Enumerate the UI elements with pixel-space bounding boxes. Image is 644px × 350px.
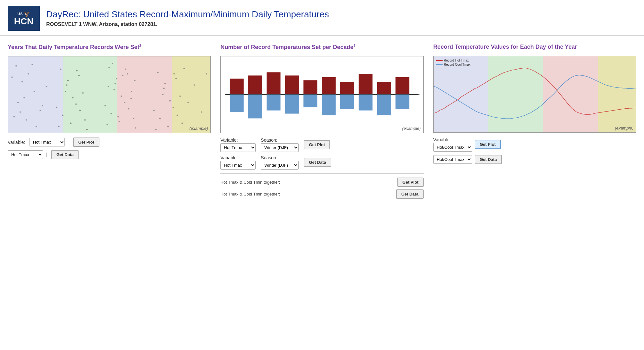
panel2-variable-select1[interactable]: Hot Tmax Cold Tmin Hot Tmin Cold Tmax — [220, 143, 256, 152]
line-chart-legend: Record Hot Tmax Record Cool Tmax — [436, 59, 470, 67]
svg-point-5 — [39, 110, 41, 111]
svg-point-27 — [75, 104, 77, 105]
bar-chart-inner: (example) — [221, 56, 423, 133]
svg-point-24 — [82, 92, 84, 94]
svg-rect-90 — [340, 95, 354, 109]
panel2-together-data-row: Hot Tmax & Cold Tmin together: Get Data — [220, 189, 423, 199]
svg-point-67 — [176, 115, 178, 116]
panel3-get-plot-button[interactable]: Get Plot — [475, 140, 501, 149]
svg-point-63 — [155, 129, 157, 130]
panel1-variable-select2[interactable]: Hot Tmax Cold Tmin Hot Tmin Cold Tmax — [8, 150, 43, 159]
bar-example-label: (example) — [402, 126, 421, 131]
svg-point-0 — [15, 65, 17, 67]
svg-point-35 — [105, 105, 106, 106]
svg-point-9 — [46, 86, 47, 88]
svg-point-18 — [78, 75, 80, 76]
svg-point-61 — [173, 73, 175, 75]
svg-point-48 — [117, 116, 119, 118]
panel2-together-label2: Hot Tmax & Cold Tmin together: — [220, 192, 394, 196]
svg-point-38 — [119, 121, 120, 122]
panel3-title: Record Temperature Values for Each Day o… — [433, 43, 636, 51]
svg-point-59 — [159, 118, 161, 119]
panel2-variable-label1: Variable: — [220, 138, 256, 143]
legend-cool-label: Record Cool Tmax — [444, 63, 470, 66]
legend-hot-label: Record Hot Tmax — [444, 59, 469, 62]
svg-point-10 — [11, 77, 13, 78]
svg-point-22 — [70, 123, 72, 124]
svg-rect-82 — [396, 77, 410, 95]
svg-point-71 — [201, 112, 202, 113]
panel1-data-row: Hot Tmax Cold Tmin Hot Tmin Cold Tmax Ge… — [8, 150, 211, 159]
svg-rect-77 — [304, 80, 318, 95]
panel3-get-data-button[interactable]: Get Data — [475, 155, 502, 164]
svg-rect-78 — [322, 77, 336, 95]
panel2-get-plot-button[interactable]: Get Plot — [304, 140, 330, 149]
station-info: ROOSEVELT 1 WNW, Arizona, station 027281… — [46, 21, 331, 27]
panel1-get-data-button[interactable]: Get Data — [51, 150, 79, 159]
svg-point-6 — [25, 120, 27, 121]
panel1-variable-select1[interactable]: Hot Tmax Cold Tmin Hot Tmin Cold Tmax — [30, 138, 65, 146]
svg-rect-88 — [304, 95, 318, 107]
bar-chart: (example) — [220, 56, 423, 133]
page-header: US 🦅 HCN DayRec: United States Record-Ma… — [0, 0, 644, 36]
svg-point-54 — [163, 88, 165, 89]
svg-point-37 — [110, 113, 112, 114]
svg-rect-74 — [248, 76, 262, 95]
svg-point-68 — [183, 68, 185, 69]
panel3-variable-select1[interactable]: Hot/Cool Tmax Hot/Cool Tmin — [433, 143, 472, 152]
svg-point-57 — [153, 110, 155, 111]
line-chart-svg — [434, 56, 636, 132]
svg-point-40 — [131, 91, 132, 92]
svg-rect-92 — [377, 95, 391, 115]
panel2-together-plot-button[interactable]: Get Plot — [397, 178, 424, 187]
svg-point-4 — [17, 102, 19, 103]
svg-point-33 — [121, 96, 122, 97]
panel2-title: Number of Record Temperatures Set per De… — [220, 43, 423, 51]
svg-point-1 — [21, 81, 23, 83]
panel2-get-data-button[interactable]: Get Data — [304, 158, 331, 167]
svg-point-44 — [113, 89, 115, 91]
svg-rect-93 — [396, 95, 410, 109]
svg-point-64 — [164, 83, 166, 84]
svg-rect-80 — [359, 74, 373, 95]
panel2-together-data-button[interactable]: Get Data — [396, 189, 423, 199]
panel1-get-plot-button[interactable]: Get Plot — [73, 138, 99, 147]
svg-rect-89 — [322, 95, 336, 115]
panel-decade-records: Number of Record Temperatures Set per De… — [220, 43, 423, 201]
logo-hcn-text: HCN — [14, 17, 34, 26]
panel2-season-select2[interactable]: Winter (DJF) Spring (MAM) Summer (JJA) F… — [261, 161, 299, 170]
svg-point-72 — [206, 73, 207, 75]
panel2-season-label1: Season: — [261, 138, 299, 143]
panel3-controls: Variable: Hot/Cool Tmax Hot/Cool Tmin Ge… — [433, 137, 636, 164]
panel3-variable-select2[interactable]: Hot/Cool Tmax Hot/Cool Tmin — [433, 155, 472, 164]
panel2-variable-select2[interactable]: Hot Tmax Cold Tmin Hot Tmin Cold Tmax — [220, 161, 256, 170]
svg-point-46 — [135, 128, 136, 129]
line-chart-inner: Record Hot Tmax Record Cool Tmax (exampl… — [434, 56, 636, 132]
svg-rect-85 — [248, 95, 262, 118]
svg-point-7 — [36, 126, 37, 127]
panel2-season-select1[interactable]: Winter (DJF) Spring (MAM) Summer (JJA) F… — [261, 143, 299, 152]
svg-point-69 — [187, 102, 189, 103]
panel1-plot-row: Variable: Hot Tmax Cold Tmin Hot Tmin Co… — [8, 138, 211, 147]
panel1-variable-label1: Variable: — [8, 140, 27, 145]
svg-point-20 — [84, 120, 86, 121]
main-content: Years That Daily Temperature Records Wer… — [0, 36, 644, 209]
svg-rect-81 — [377, 82, 391, 95]
panel1-controls: Variable: Hot Tmax Cold Tmin Hot Tmin Co… — [8, 138, 211, 159]
legend-hot-item: Record Hot Tmax — [436, 59, 470, 62]
svg-point-21 — [62, 115, 64, 116]
svg-point-11 — [23, 97, 25, 98]
svg-point-36 — [133, 118, 134, 119]
svg-point-41 — [106, 124, 108, 126]
svg-point-49 — [122, 75, 123, 76]
panel2-controls: Variable: Hot Tmax Cold Tmin Hot Tmin Co… — [220, 138, 423, 199]
panel2-season-label2: Season: — [261, 155, 299, 160]
svg-point-17 — [72, 97, 73, 98]
panel2-together-plot-row: Hot Tmax & Cold Tmin together: Get Plot — [220, 178, 423, 187]
svg-point-34 — [127, 73, 128, 75]
svg-point-3 — [34, 91, 35, 92]
svg-point-32 — [114, 83, 116, 84]
svg-rect-79 — [340, 82, 354, 95]
svg-point-28 — [65, 91, 66, 92]
svg-rect-73 — [230, 79, 244, 95]
